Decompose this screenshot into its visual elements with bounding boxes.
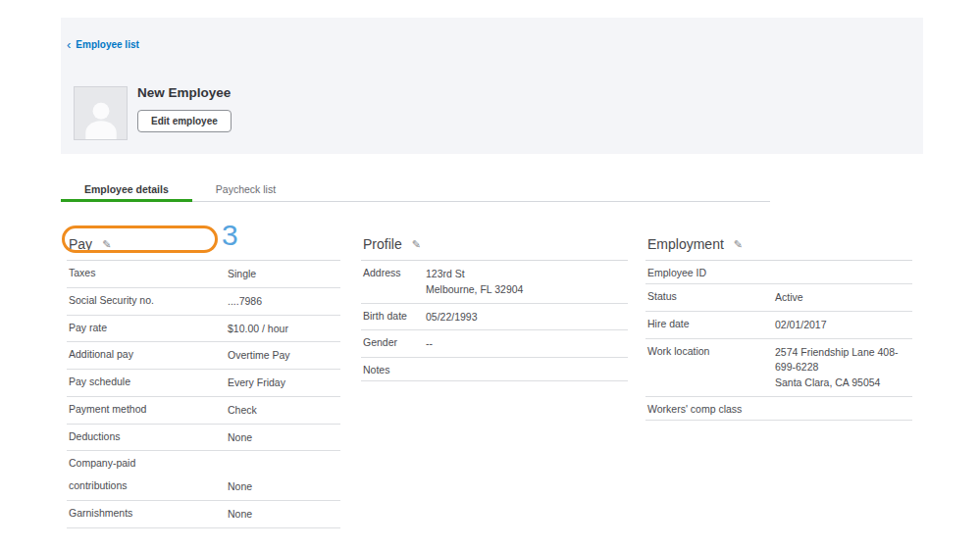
row-label: Pay rate	[69, 322, 228, 337]
section-employment: Employment ✎ Employee ID Status Active H…	[645, 231, 912, 421]
table-row: Payment method Check	[67, 397, 340, 425]
row-label: Garnishments	[69, 507, 228, 523]
section-profile: Profile ✎ Address 123rd St Melbourne, FL…	[361, 231, 628, 381]
row-value	[775, 403, 912, 415]
section-title-pay: Pay	[69, 236, 92, 252]
edit-employment-pencil-icon[interactable]: ✎	[734, 238, 743, 251]
edit-profile-pencil-icon[interactable]: ✎	[412, 238, 421, 251]
section-header-pay: Pay ✎	[67, 231, 340, 261]
chevron-left-icon: ‹	[67, 40, 71, 50]
row-value: --	[426, 336, 628, 352]
table-row: Company-paid	[67, 451, 340, 474]
row-label: Payment method	[69, 403, 228, 419]
row-value: ....7986	[228, 294, 340, 310]
row-label: Work location	[647, 345, 775, 391]
table-row: Notes	[361, 358, 628, 381]
row-label: Deductions	[69, 430, 228, 446]
tabs: Employee details Paycheck list	[61, 176, 770, 202]
section-header-profile: Profile ✎	[361, 231, 628, 261]
row-value: Active	[775, 290, 912, 306]
work-location-line-2: Santa Clara, CA 95054	[775, 376, 912, 391]
annotation-step-number: 3	[222, 219, 238, 252]
table-row: Deductions None	[67, 425, 340, 452]
table-row: Pay schedule Every Friday	[67, 370, 340, 397]
table-row: Address 123rd St Melbourne, FL 32904	[361, 261, 628, 304]
row-value: 05/22/1993	[426, 310, 628, 326]
row-label: contributions	[69, 479, 228, 495]
row-label: Workers' comp class	[647, 403, 775, 415]
row-label: Notes	[363, 364, 426, 376]
back-to-employee-list-link[interactable]: ‹ Employee list	[67, 39, 139, 50]
row-label: Address	[363, 267, 426, 298]
avatar	[74, 86, 128, 140]
row-label: Birth date	[363, 310, 426, 326]
table-row: Additional pay Overtime Pay	[67, 342, 340, 370]
section-title-employment: Employment	[647, 236, 724, 252]
table-row: Employee ID	[645, 261, 912, 284]
row-label: Taxes	[69, 267, 228, 282]
table-row: contributions None	[67, 474, 340, 501]
employee-details-page: ‹ Employee list New Employee Edit employ…	[0, 0, 980, 551]
table-row: Hire date 02/01/2017	[645, 312, 912, 339]
table-row: Gender --	[361, 330, 628, 358]
row-value: 123rd St Melbourne, FL 32904	[426, 267, 628, 298]
tab-employee-details[interactable]: Employee details	[61, 176, 192, 201]
table-row: Social Security no. ....7986	[67, 288, 340, 316]
row-label: Hire date	[647, 318, 775, 333]
address-line-2: Melbourne, FL 32904	[426, 282, 628, 298]
edit-employee-button[interactable]: Edit employee	[137, 110, 232, 132]
row-value: Single	[228, 267, 340, 282]
section-title-profile: Profile	[363, 236, 402, 252]
row-label: Status	[647, 290, 775, 306]
section-header-employment: Employment ✎	[645, 231, 912, 261]
person-icon	[78, 94, 124, 139]
tab-paycheck-list[interactable]: Paycheck list	[192, 176, 299, 201]
row-value: $10.00 / hour	[228, 322, 340, 337]
row-value: Overtime Pay	[228, 348, 340, 364]
table-row: Garnishments None	[67, 501, 340, 528]
breadcrumb-label: Employee list	[76, 39, 138, 50]
work-location-line-1: 2574 Friendship Lane 408-699-6228	[775, 345, 912, 376]
page-title: New Employee	[137, 85, 231, 100]
row-label: Social Security no.	[69, 294, 228, 310]
table-row: Pay rate $10.00 / hour	[67, 316, 340, 343]
row-value: Check	[228, 403, 340, 419]
table-row: Birth date 05/22/1993	[361, 304, 628, 331]
row-value: Every Friday	[228, 376, 340, 391]
table-row: Taxes Single	[67, 261, 340, 288]
row-value: None	[228, 479, 340, 495]
table-row: Work location 2574 Friendship Lane 408-6…	[645, 339, 912, 397]
row-value: 2574 Friendship Lane 408-699-6228 Santa …	[775, 345, 912, 391]
row-label: Gender	[363, 336, 426, 352]
row-label: Additional pay	[69, 348, 228, 364]
row-value: None	[228, 507, 340, 523]
row-label: Pay schedule	[69, 376, 228, 391]
edit-pay-pencil-icon[interactable]: ✎	[102, 238, 111, 251]
row-label: Company-paid	[69, 457, 228, 469]
section-pay: Pay ✎ Taxes Single Social Security no. .…	[67, 231, 340, 528]
table-row: Status Active	[645, 284, 912, 312]
row-value: 02/01/2017	[775, 318, 912, 333]
row-value	[775, 267, 912, 278]
address-line-1: 123rd St	[426, 267, 628, 282]
row-value: None	[228, 430, 340, 446]
row-label: Employee ID	[647, 267, 775, 278]
row-value	[426, 364, 628, 376]
row-value	[228, 457, 340, 469]
table-row: Workers' comp class	[645, 397, 912, 421]
